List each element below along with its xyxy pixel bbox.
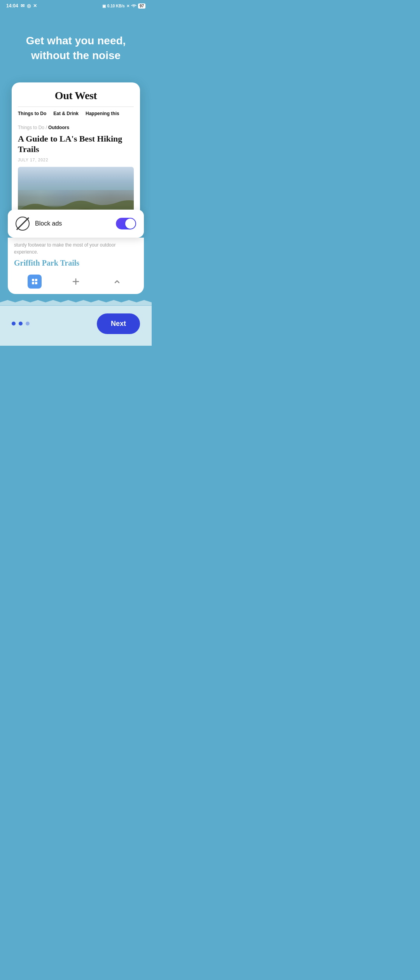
hero-headline: Get what you need, without the noise [0, 10, 152, 82]
breadcrumb: Things to Do / Outdoors [18, 125, 134, 130]
nav-eat-drink[interactable]: Eat & Drink [53, 111, 79, 119]
block-ads-card: Block ads [8, 210, 144, 238]
toolbar-add-button[interactable] [69, 275, 83, 289]
battery-percentage: 97 [138, 4, 145, 9]
block-ads-icon [16, 217, 30, 231]
wave-separator [0, 294, 152, 306]
toggle-thumb [125, 219, 135, 229]
battery-saver-icon: ▣ [102, 4, 106, 8]
status-left: 14:04 ✉ ◎ ✕ [6, 3, 37, 9]
bottom-navigation: Next [0, 306, 152, 346]
article-date: JULY 17, 2022 [18, 158, 134, 162]
phone-card-wrapper: Out West Things to Do Eat & Drink Happen… [0, 82, 152, 217]
publication-nav[interactable]: Things to Do Eat & Drink Happening this [18, 107, 134, 119]
wrench-icon: ✕ [33, 3, 37, 9]
nav-things-to-do[interactable]: Things to Do [18, 111, 46, 119]
wifi-icon [131, 4, 136, 8]
alarm-icon: ◎ [27, 3, 31, 9]
article-content: Things to Do / Outdoors A Guide to LA's … [12, 119, 140, 217]
status-right: ▣ 0.10 KB/s ✕ 97 [102, 4, 145, 9]
phone-card: Out West Things to Do Eat & Drink Happen… [12, 82, 140, 217]
dot-3 [26, 322, 30, 326]
block-ads-toggle[interactable] [116, 218, 136, 229]
data-speed-display: 0.10 KB/s [107, 4, 125, 8]
breadcrumb-current: Outdoors [48, 125, 69, 130]
dot-1 [12, 322, 16, 326]
gmail-icon: ✉ [21, 3, 24, 9]
toolbar-expand-button[interactable] [110, 275, 124, 289]
x-icon: ✕ [126, 4, 130, 8]
svg-rect-2 [32, 282, 34, 284]
svg-rect-1 [35, 279, 37, 281]
publication-header: Out West Things to Do Eat & Drink Happen… [12, 82, 140, 119]
status-bar: 14:04 ✉ ◎ ✕ ▣ 0.10 KB/s ✕ 97 [0, 0, 152, 10]
article-title: A Guide to LA's Best Hiking Trails [18, 133, 134, 155]
nav-happening[interactable]: Happening this [86, 111, 119, 119]
pagination-dots [12, 322, 30, 326]
article-section-title: Griffith Park Trails [14, 259, 138, 268]
block-ads-left: Block ads [16, 217, 62, 231]
breadcrumb-parent: Things to Do [18, 125, 44, 130]
publication-name: Out West [18, 89, 134, 102]
screen: 14:04 ✉ ◎ ✕ ▣ 0.10 KB/s ✕ 97 Get what yo… [0, 0, 152, 354]
toolbar-home-button[interactable] [28, 275, 42, 289]
next-button[interactable]: Next [97, 313, 140, 334]
svg-rect-0 [32, 279, 34, 281]
time-display: 14:04 [6, 3, 18, 9]
article-toolbar [14, 271, 138, 289]
dot-2 [19, 322, 23, 326]
block-ads-label: Block ads [35, 220, 62, 227]
article-body: sturdy footwear to make the most of your… [14, 242, 138, 256]
svg-rect-3 [35, 282, 37, 284]
